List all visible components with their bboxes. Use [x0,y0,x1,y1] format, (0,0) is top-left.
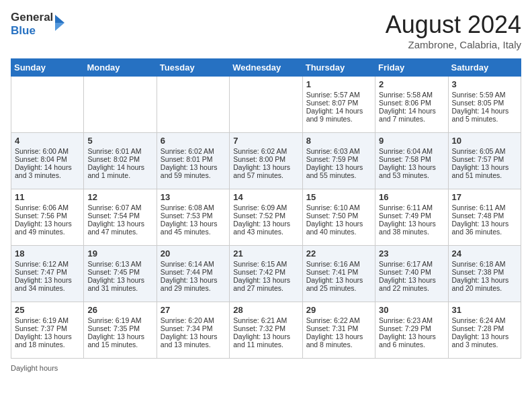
day-info: Sunrise: 6:01 AM [87,147,152,155]
day-header-tuesday: Tuesday [157,59,229,77]
day-number: 15 [306,192,371,202]
location: Zambrone, Calabria, Italy [386,39,521,50]
day-info: Sunrise: 6:05 AM [452,147,517,155]
day-info: Daylight: 13 hours and 53 minutes. [379,163,444,179]
week-row-2: 4Sunrise: 6:00 AMSunset: 8:04 PMDaylight… [11,133,521,189]
logo-container: General Blue [11,11,70,37]
day-number: 24 [452,248,517,259]
day-info: Sunrise: 6:08 AM [161,203,226,212]
day-info: Sunset: 7:48 PM [452,212,517,220]
day-info: Daylight: 13 hours and 31 minutes. [87,276,152,292]
day-number: 23 [379,248,444,259]
day-info: Daylight: 13 hours and 47 minutes. [87,220,152,236]
day-info: Sunset: 7:53 PM [161,212,226,220]
footer-note: Daylight hours [11,364,521,372]
day-info: Daylight: 13 hours and 22 minutes. [379,276,444,292]
day-number: 28 [233,305,298,315]
day-info: Daylight: 14 hours and 1 minute. [87,163,152,179]
day-number: 19 [87,248,152,259]
day-info: Daylight: 13 hours and 15 minutes. [87,332,152,349]
day-cell: 31Sunrise: 6:24 AMSunset: 7:28 PMDayligh… [448,302,521,359]
day-cell: 5Sunrise: 6:01 AMSunset: 8:02 PMDaylight… [84,133,157,189]
week-row-1: 1Sunrise: 5:57 AMSunset: 8:07 PMDaylight… [11,77,521,133]
day-info: Daylight: 13 hours and 59 minutes. [161,163,226,179]
day-info: Sunrise: 6:09 AM [233,203,298,212]
day-cell: 4Sunrise: 6:00 AMSunset: 8:04 PMDaylight… [11,133,84,189]
day-number: 10 [452,136,517,146]
day-cell: 30Sunrise: 6:23 AMSunset: 7:29 PMDayligh… [375,302,448,359]
day-info: Sunset: 7:44 PM [161,268,226,276]
day-info: Sunset: 8:07 PM [306,99,371,107]
day-info: Daylight: 13 hours and 43 minutes. [233,220,298,236]
day-cell: 11Sunrise: 6:06 AMSunset: 7:56 PMDayligh… [11,189,84,246]
day-cell: 19Sunrise: 6:13 AMSunset: 7:45 PMDayligh… [84,246,157,302]
day-number: 18 [15,248,80,259]
header: General Blue August 2024 Zambrone, Calab… [11,11,521,50]
day-cell: 16Sunrise: 6:11 AMSunset: 7:49 PMDayligh… [375,189,448,246]
day-info: Sunrise: 5:58 AM [379,91,444,99]
day-info: Daylight: 13 hours and 36 minutes. [452,220,517,236]
day-number: 25 [15,305,80,315]
day-info: Sunrise: 6:06 AM [15,203,80,212]
day-header-monday: Monday [84,59,157,77]
day-info: Sunrise: 6:03 AM [306,147,371,155]
calendar-header-row: SundayMondayTuesdayWednesdayThursdayFrid… [11,59,521,77]
day-info: Sunset: 7:32 PM [233,324,298,332]
day-number: 9 [379,136,444,146]
day-info: Sunrise: 6:13 AM [87,260,152,268]
day-number: 13 [161,192,226,202]
day-info: Sunrise: 6:19 AM [15,316,80,324]
day-info: Sunrise: 6:11 AM [379,203,444,212]
day-info: Sunset: 8:05 PM [452,99,517,107]
day-info: Sunset: 7:28 PM [452,324,517,332]
day-info: Daylight: 13 hours and 49 minutes. [15,220,80,236]
day-info: Sunset: 7:37 PM [15,324,80,332]
day-info: Sunset: 8:00 PM [233,155,298,163]
day-info: Sunset: 7:57 PM [452,155,517,163]
day-cell: 23Sunrise: 6:17 AMSunset: 7:40 PMDayligh… [375,246,448,302]
day-number: 29 [306,305,371,315]
day-info: Sunset: 7:45 PM [87,268,152,276]
day-info: Daylight: 13 hours and 51 minutes. [452,163,517,179]
day-cell: 24Sunrise: 6:18 AMSunset: 7:38 PMDayligh… [448,246,521,302]
day-number: 3 [452,79,517,89]
day-info: Sunrise: 6:21 AM [233,316,298,324]
day-cell: 26Sunrise: 6:19 AMSunset: 7:35 PMDayligh… [84,302,157,359]
logo-general: General [11,11,53,24]
day-info: Daylight: 13 hours and 40 minutes. [306,220,371,236]
day-info: Sunset: 8:06 PM [379,99,444,107]
day-cell: 15Sunrise: 6:10 AMSunset: 7:50 PMDayligh… [302,189,375,246]
day-info: Sunrise: 6:23 AM [379,316,444,324]
day-cell: 18Sunrise: 6:12 AMSunset: 7:47 PMDayligh… [11,246,84,302]
day-cell: 28Sunrise: 6:21 AMSunset: 7:32 PMDayligh… [230,302,302,359]
day-cell [84,77,157,133]
day-info: Sunrise: 6:14 AM [161,260,226,268]
day-info: Daylight: 13 hours and 3 minutes. [452,332,517,349]
day-cell: 3Sunrise: 5:59 AMSunset: 8:05 PMDaylight… [448,77,521,133]
day-number: 26 [87,305,152,315]
day-info: Daylight: 13 hours and 27 minutes. [233,276,298,292]
day-cell: 2Sunrise: 5:58 AMSunset: 8:06 PMDaylight… [375,77,448,133]
day-cell: 6Sunrise: 6:02 AMSunset: 8:01 PMDaylight… [157,133,229,189]
day-number: 31 [452,305,517,315]
day-header-thursday: Thursday [302,59,375,77]
day-info: Sunrise: 6:02 AM [161,147,226,155]
day-cell: 20Sunrise: 6:14 AMSunset: 7:44 PMDayligh… [157,246,229,302]
day-info: Sunrise: 6:17 AM [379,260,444,268]
day-number: 6 [161,136,226,146]
day-info: Daylight: 14 hours and 9 minutes. [306,107,371,123]
logo: General Blue [11,11,70,37]
day-info: Sunset: 7:50 PM [306,212,371,220]
day-info: Daylight: 13 hours and 11 minutes. [233,332,298,349]
day-cell: 10Sunrise: 6:05 AMSunset: 7:57 PMDayligh… [448,133,521,189]
week-row-5: 25Sunrise: 6:19 AMSunset: 7:37 PMDayligh… [11,302,521,359]
day-cell: 27Sunrise: 6:20 AMSunset: 7:34 PMDayligh… [157,302,229,359]
week-row-4: 18Sunrise: 6:12 AMSunset: 7:47 PMDayligh… [11,246,521,302]
day-info: Sunrise: 5:59 AM [452,91,517,99]
day-cell: 21Sunrise: 6:15 AMSunset: 7:42 PMDayligh… [230,246,302,302]
day-info: Sunset: 7:58 PM [379,155,444,163]
day-info: Sunrise: 6:12 AM [15,260,80,268]
day-info: Daylight: 14 hours and 5 minutes. [452,107,517,123]
day-info: Sunset: 7:49 PM [379,212,444,220]
day-info: Daylight: 13 hours and 38 minutes. [379,220,444,236]
